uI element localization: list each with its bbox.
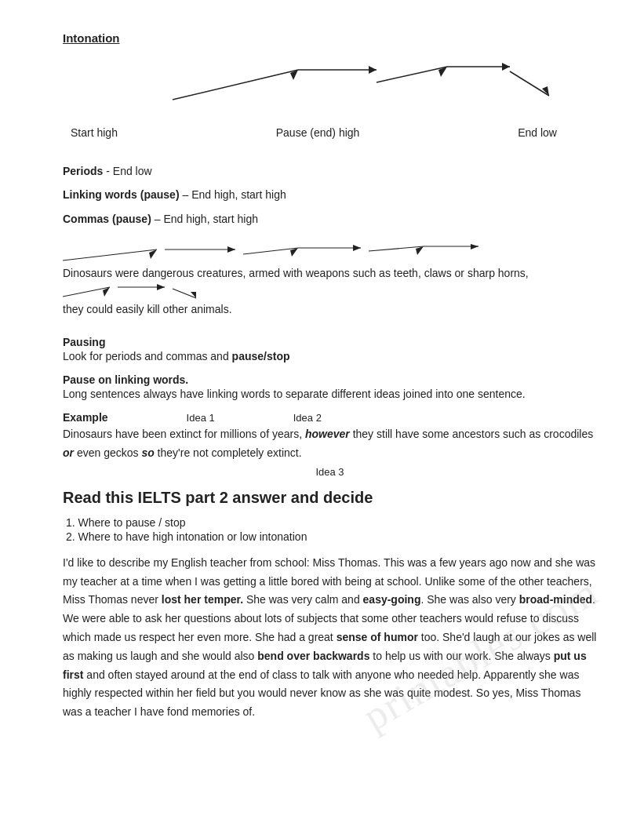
intonation-section: Intonation Start high Pause (end) high E… (63, 31, 597, 139)
bold-lost-temper: lost her temper. (162, 593, 243, 606)
svg-line-22 (63, 287, 110, 297)
pause-on-linking-desc: Long sentences always have linking words… (63, 388, 597, 400)
svg-marker-25 (157, 284, 165, 290)
example-text-1: Dinosaurs have been extinct for millions… (63, 428, 305, 440)
svg-marker-17 (353, 245, 361, 251)
intonation-title: Intonation (63, 31, 597, 45)
linking-label: Linking words (pause) (63, 188, 180, 201)
svg-line-4 (377, 67, 447, 82)
svg-marker-13 (227, 246, 235, 253)
svg-line-10 (63, 249, 157, 260)
pausing-bold: pause/stop (232, 350, 290, 362)
arrow-labels: Start high Pause (end) high End low (71, 126, 557, 139)
svg-marker-7 (502, 63, 510, 71)
pausing-desc-text: Look for periods and commas and (63, 350, 232, 362)
start-high-label: Start high (71, 126, 118, 139)
pause-on-linking-section: Pause on linking words. Long sentences a… (63, 373, 597, 400)
comma-example: Dinosaurs were dangerous creatures, arme… (63, 243, 597, 322)
idea3-row: Idea 3 (63, 466, 597, 478)
svg-line-0 (173, 70, 298, 100)
example-section: Example Idea 1 Idea 2 Dinosaurs have bee… (63, 411, 597, 478)
svg-marker-9 (542, 86, 549, 96)
idea3-label: Idea 3 (315, 466, 344, 478)
svg-line-18 (369, 246, 424, 251)
periods-desc: - End low (103, 165, 151, 177)
svg-marker-15 (290, 248, 298, 257)
pausing-title: Pausing (63, 336, 597, 348)
example-label: Example (63, 411, 108, 424)
example-text-4: they're not completely extinct. (155, 446, 302, 459)
svg-marker-21 (471, 244, 478, 249)
second-line-wrap: they could easily kill other animals. (63, 281, 597, 322)
arrow-diagram (71, 53, 557, 123)
example-row: Example Idea 1 Idea 2 (63, 411, 597, 424)
linking-rule: Linking words (pause) – End high, start … (63, 186, 597, 203)
bold-bend-backwards: bend over backwards (257, 650, 369, 662)
periods-rule: Periods - End low (63, 162, 597, 180)
pausing-section: Pausing Look for periods and commas and … (63, 336, 597, 362)
read-section-title: Read this IELTS part 2 answer and decide (63, 489, 597, 507)
rules-section: Periods - End low Linking words (pause) … (63, 162, 597, 322)
svg-line-8 (510, 71, 549, 96)
linking-desc: – End high, start high (180, 188, 286, 201)
pausing-desc: Look for periods and commas and pause/st… (63, 350, 597, 362)
end-low-label: End low (518, 126, 557, 139)
numbered-list: 1. Where to pause / stop 2. Where to hav… (66, 516, 597, 543)
svg-marker-11 (149, 249, 157, 259)
svg-line-14 (243, 248, 298, 254)
pause-on-linking-title: Pause on linking words. (63, 373, 597, 386)
dinosaur-sentence-2: they could easily kill other animals. (63, 303, 597, 315)
bold-sense-humor: sense of humor (337, 631, 418, 643)
comma-example-arrows (63, 243, 533, 265)
example-sentence: Dinosaurs have been extinct for millions… (63, 425, 597, 463)
example-bold-2: or (63, 446, 74, 459)
svg-marker-19 (416, 246, 424, 255)
idea1-label: Idea 1 (187, 412, 215, 424)
example-text-3: even geckos (74, 446, 141, 459)
second-line-arrows (63, 281, 259, 303)
list-item-2: 2. Where to have high intonation or low … (66, 530, 597, 543)
bold-broad-minded: broad-minded (519, 593, 592, 606)
example-bold-1: however (305, 428, 350, 440)
read-section: Read this IELTS part 2 answer and decide… (63, 489, 597, 722)
list-item-1: 1. Where to pause / stop (66, 516, 597, 529)
svg-marker-3 (369, 66, 377, 74)
pause-end-high-label: Pause (end) high (276, 126, 360, 139)
bold-easy-going: easy-going (363, 593, 421, 606)
periods-label: Periods (63, 165, 103, 177)
example-bold-3: so (141, 446, 154, 459)
commas-rule: Commas (pause) – End high, start high (63, 210, 597, 228)
paragraph-text: I'd like to describe my English teacher … (63, 554, 597, 722)
commas-label: Commas (pause) (63, 213, 151, 225)
intonation-arrows-svg (71, 53, 557, 119)
idea2-label: Idea 2 (293, 412, 322, 424)
commas-desc: – End high, start high (151, 213, 258, 225)
dinosaur-sentence-1: Dinosaurs were dangerous creatures, arme… (63, 267, 597, 279)
example-text-2: they still have some ancestors such as c… (350, 428, 593, 440)
